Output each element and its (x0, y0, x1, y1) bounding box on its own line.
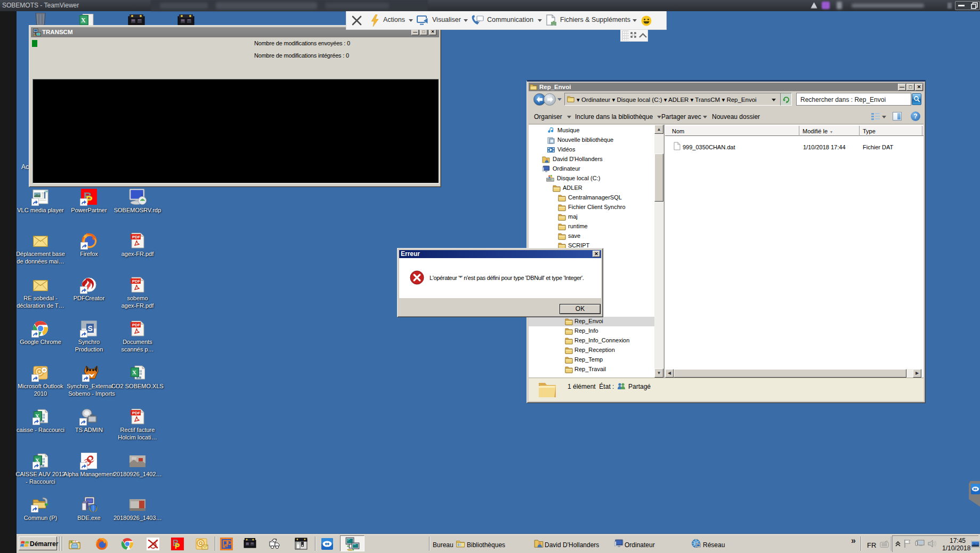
svg-text:S: S (88, 324, 93, 333)
svg-text:X: X (81, 17, 86, 24)
svg-text:P: P (175, 542, 180, 550)
